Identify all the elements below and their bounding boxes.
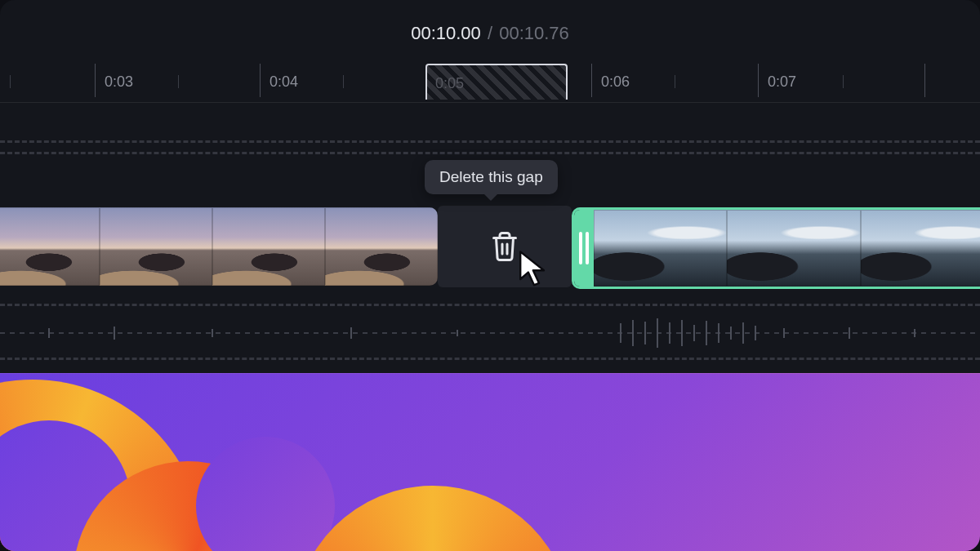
cursor-icon — [518, 250, 550, 289]
ruler-label: 0:06 — [601, 73, 630, 91]
ruler-tick-major — [95, 64, 96, 97]
ruler-tick-minor — [675, 75, 675, 88]
timeline-ruler[interactable]: 0:03 0:04 0:05 0:06 0:07 — [0, 64, 980, 103]
timecode-total: 00:10.76 — [499, 23, 569, 43]
clip-thumbnail — [212, 207, 325, 286]
decorative-banner — [0, 373, 980, 551]
track-separator — [0, 304, 980, 306]
track-separator — [0, 140, 980, 143]
ruler-label: 0:07 — [768, 73, 796, 91]
video-clip-right-selected[interactable] — [572, 207, 980, 289]
timecode-current: 00:10.00 — [411, 23, 481, 43]
clip-thumbnail — [0, 207, 100, 286]
ruler-tick-minor — [178, 75, 179, 88]
decorative-mask — [196, 437, 335, 551]
clip-thumbnail — [325, 207, 438, 286]
ruler-tick-major — [758, 64, 759, 97]
ruler-label: 0:04 — [270, 73, 298, 91]
ruler-tick-minor — [843, 75, 844, 88]
drag-handle-icon[interactable] — [574, 210, 594, 287]
ruler-gap-selection[interactable]: 0:05 — [425, 64, 568, 100]
ruler-tick-major — [591, 64, 592, 97]
decorative-swirl — [294, 486, 572, 551]
clip-thumbnail — [594, 210, 727, 287]
track-separator — [0, 152, 980, 154]
ruler-tick-minor — [343, 75, 344, 88]
drag-handle-bars — [579, 232, 589, 264]
ruler-tick-major — [924, 64, 925, 97]
clip-thumbnail — [861, 210, 980, 287]
ruler-tick-minor — [10, 75, 11, 88]
tooltip-delete-gap: Delete this gap — [425, 160, 558, 194]
ruler-tick-major — [260, 64, 261, 97]
track-separator — [0, 358, 980, 360]
clip-thumbnail — [727, 210, 860, 287]
clip-thumbnail — [100, 207, 212, 286]
tooltip-text: Delete this gap — [439, 168, 543, 185]
video-editor-timeline: 00:10.00 / 00:10.76 0:03 0:04 0:05 0:06 … — [0, 0, 980, 551]
audio-track[interactable] — [0, 315, 980, 351]
ruler-label: 0:03 — [105, 73, 133, 91]
video-clip-left[interactable] — [0, 207, 438, 286]
timecode-display: 00:10.00 / 00:10.76 — [0, 23, 980, 44]
trash-icon[interactable] — [490, 230, 519, 263]
ruler-selection-label: 0:05 — [435, 75, 464, 92]
timecode-separator: / — [486, 23, 494, 43]
